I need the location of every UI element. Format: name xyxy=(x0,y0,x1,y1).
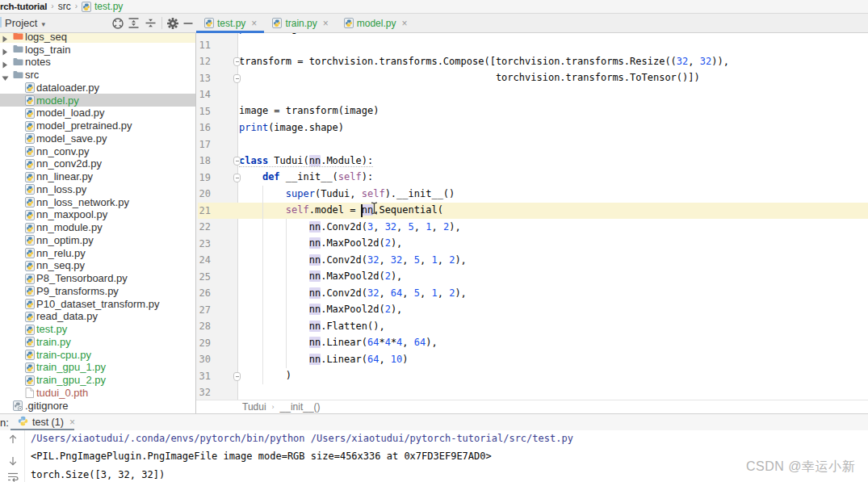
code-token: def xyxy=(262,171,280,182)
close-icon[interactable]: × xyxy=(251,18,257,29)
code-line-20[interactable]: 20 super(Tudui, self).__init__() xyxy=(196,186,868,203)
tree-item-logs-train[interactable]: logs_train xyxy=(0,43,195,56)
up-arrow-icon[interactable] xyxy=(7,434,19,446)
code-line-15[interactable]: 15image = transform(image) xyxy=(196,103,868,120)
tree-item-P8-Tensorboard-py[interactable]: P8_Tensorboard.py xyxy=(0,272,195,285)
editor-tab-train-py[interactable]: train.py× xyxy=(264,14,335,32)
chevron-right-icon[interactable] xyxy=(2,46,8,52)
code-line-17[interactable]: 17 xyxy=(196,136,868,153)
close-icon[interactable]: × xyxy=(401,18,407,29)
run-console[interactable]: /Users/xiaotudui/.conda/envs/pytorch/bin… xyxy=(0,430,868,482)
code-line-31[interactable]: 31 ) xyxy=(196,368,868,385)
down-arrow-icon[interactable] xyxy=(7,455,19,467)
fold-marker[interactable] xyxy=(233,157,241,166)
code-line-19[interactable]: 19 def __init__(self): xyxy=(196,170,868,187)
tree-item-test-py[interactable]: test.py xyxy=(0,323,195,336)
locate-icon[interactable] xyxy=(111,16,124,30)
tree-item-P9-transforms-py[interactable]: P9_transforms.py xyxy=(0,284,195,297)
code-line-30[interactable]: 30 nn.Linear(64, 10) xyxy=(196,351,868,368)
code-token: , xyxy=(420,254,431,266)
code-line-22[interactable]: 22 nn.Conv2d(3, 32, 5, 1, 2), xyxy=(196,219,868,236)
tree-item-model-save-py[interactable]: model_save.py xyxy=(0,132,195,145)
code-token: ): xyxy=(362,171,373,182)
mouse-ibeam-icon xyxy=(371,202,378,218)
python-file-icon xyxy=(25,235,35,245)
code-line-29[interactable]: 29 nn.Linear(64*4*4, 64), xyxy=(196,335,868,352)
expand-all-icon[interactable] xyxy=(127,16,140,30)
tree-item-P10-dataset-transform-py[interactable]: P10_dataset_transform.py xyxy=(0,297,195,310)
tree-item-train-gpu-2-py[interactable]: train_gpu_2.py xyxy=(0,374,195,387)
run-tab[interactable]: test (1) × xyxy=(10,414,82,430)
fold-marker[interactable] xyxy=(233,74,241,83)
tree-item-train-cpu-py[interactable]: train-cpu.py xyxy=(0,348,195,361)
code-line-21[interactable]: 21 self.model = nn.Sequential( xyxy=(196,203,868,220)
chevron-down-icon[interactable]: ▾ xyxy=(41,20,45,28)
close-icon[interactable]: × xyxy=(69,417,75,428)
editor-tab-model-py[interactable]: model.py× xyxy=(336,14,415,32)
navbar-item-rch-tutorial[interactable]: rch-tutorial xyxy=(0,0,47,14)
code-line-26[interactable]: 26 nn.Conv2d(32, 64, 5, 1, 2), xyxy=(196,285,868,302)
soft-wrap-icon[interactable] xyxy=(7,471,19,482)
code-line-27[interactable]: 27 nn.MaxPool2d(2), xyxy=(196,302,868,319)
fold-marker[interactable] xyxy=(233,372,241,381)
navbar-item-test-py[interactable]: test.py xyxy=(82,0,123,14)
folder-icon xyxy=(13,44,23,53)
code-line-16[interactable]: 16print(image.shape) xyxy=(196,119,868,136)
tree-item-model-load-py[interactable]: model_load.py xyxy=(0,107,195,119)
tree-item-model-pretrained-py[interactable]: model_pretrained.py xyxy=(0,119,195,132)
code-line-14[interactable]: 14 xyxy=(196,86,868,103)
code-line-11[interactable]: 11 xyxy=(196,37,868,54)
tree-item-label: nn_seq.py xyxy=(36,259,85,271)
collapse-all-icon[interactable] xyxy=(144,16,157,30)
tree-item-nn-conv2d-py[interactable]: nn_conv2d.py xyxy=(0,157,195,170)
code-line-28[interactable]: 28 nn.Flatten(), xyxy=(196,318,868,335)
code-line-25[interactable]: 25 nn.MaxPool2d(2), xyxy=(196,269,868,286)
fold-marker[interactable] xyxy=(233,174,241,182)
code-token: , xyxy=(438,254,449,266)
tree-item-nn-module-py[interactable]: nn_module.py xyxy=(0,221,195,234)
breadcrumb-method[interactable]: __init__() xyxy=(280,401,321,413)
breadcrumb-class[interactable]: Tudui xyxy=(242,401,266,413)
code-line-13[interactable]: 13 torchvision.transforms.ToTensor()]) xyxy=(196,70,868,87)
code-line-24[interactable]: 24 nn.Conv2d(32, 32, 5, 1, 2), xyxy=(196,252,868,269)
code-token: , xyxy=(402,287,413,299)
python-file-icon xyxy=(25,375,35,386)
navbar-item-src[interactable]: src xyxy=(58,0,71,14)
tree-item--gitignore[interactable]: .gitignore xyxy=(0,399,195,412)
tree-item-logs-seq[interactable]: logs_seq xyxy=(0,33,195,43)
tree-item-nn-optim-py[interactable]: nn_optim.py xyxy=(0,233,195,246)
tree-item-label: P9_transforms.py xyxy=(36,285,119,297)
close-icon[interactable]: × xyxy=(323,18,329,29)
tree-item-tudui-0-pth[interactable]: tudui_0.pth xyxy=(0,386,195,399)
tree-item-nn-seq-py[interactable]: nn_seq.py xyxy=(0,259,195,272)
code-line-12[interactable]: 12transform = torchvision.transforms.Com… xyxy=(196,53,868,70)
hide-icon[interactable] xyxy=(181,16,195,30)
chevron-right-icon[interactable] xyxy=(2,59,8,65)
tree-item-src[interactable]: src xyxy=(0,69,195,82)
tree-item-nn-relu-py[interactable]: nn_relu.py xyxy=(0,246,195,259)
tree-item-nn-conv-py[interactable]: nn_conv.py xyxy=(0,145,195,157)
line-number: 15 xyxy=(196,106,211,117)
tree-item-nn-loss-network-py[interactable]: nn_loss_network.py xyxy=(0,195,195,208)
tree-item-dataloader-py[interactable]: dataloader.py xyxy=(0,81,195,94)
project-panel-title[interactable]: Project xyxy=(5,17,37,29)
code-editor[interactable]: 10print(image)1112transform = torchvisio… xyxy=(196,33,868,400)
code-line-32[interactable]: 32 xyxy=(196,384,868,400)
tree-item-nn-loss-py[interactable]: nn_loss.py xyxy=(0,182,195,195)
code-line-23[interactable]: 23 nn.MaxPool2d(2), xyxy=(196,236,868,253)
tree-item-nn-maxpool-py[interactable]: nn_maxpool.py xyxy=(0,208,195,221)
tree-item-model-py[interactable]: model.py xyxy=(0,94,195,107)
tree-item-train-gpu-1-py[interactable]: train_gpu_1.py xyxy=(0,361,195,374)
editor-tab-test-py[interactable]: test.py× xyxy=(196,14,264,32)
gear-icon[interactable] xyxy=(166,16,179,30)
chevron-right-icon[interactable] xyxy=(2,33,8,40)
code-text: image = transform(image) xyxy=(239,105,379,116)
code-line-18[interactable]: 18class Tudui(nn.Module): xyxy=(196,153,868,170)
fold-marker[interactable] xyxy=(233,57,241,66)
tree-item-read-data-py[interactable]: read_data.py xyxy=(0,310,195,323)
tree-item-train-py[interactable]: train.py xyxy=(0,335,195,348)
tree-item-nn-linear-py[interactable]: nn_linear.py xyxy=(0,170,195,183)
chevron-down-icon[interactable] xyxy=(2,72,8,78)
tree-item-notes[interactable]: notes xyxy=(0,56,195,69)
python-file-icon xyxy=(25,299,35,309)
